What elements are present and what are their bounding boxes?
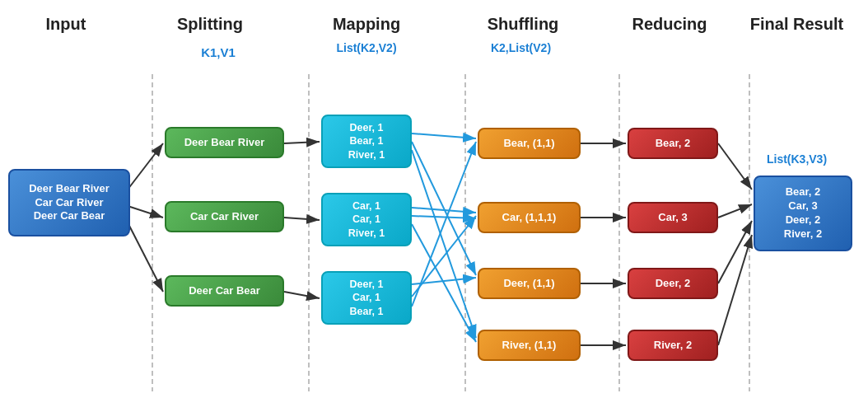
svg-line-27 (718, 204, 752, 218)
map-node-1: Deer, 1 Bear, 1 River, 1 (321, 115, 412, 168)
svg-line-19 (412, 278, 476, 284)
svg-line-20 (412, 216, 476, 297)
svg-line-12 (284, 292, 320, 298)
sublabel-final: List(K3,V3) (737, 152, 856, 166)
svg-line-9 (128, 222, 163, 292)
svg-line-17 (412, 216, 476, 218)
svg-line-18 (412, 224, 476, 342)
svg-line-21 (412, 142, 476, 307)
reduce-node-1: Bear, 2 (628, 128, 718, 159)
result-node: Bear, 2 Car, 3 Deer, 2 River, 2 (754, 176, 852, 251)
reduce-node-2: Car, 3 (628, 202, 718, 233)
label-input: Input (16, 15, 115, 34)
label-splitting: Splitting (152, 15, 268, 34)
reduce-node-4: River, 2 (628, 330, 718, 361)
label-shuffling: Shuffling (465, 15, 581, 34)
sublabel-shuffling: K2,List(V2) (461, 41, 581, 54)
svg-line-28 (718, 221, 752, 283)
svg-line-11 (284, 218, 320, 220)
input-node: Deer Bear River Car Car River Deer Car B… (8, 169, 130, 236)
sublabel-splitting: K1,V1 (161, 45, 276, 59)
svg-line-14 (412, 142, 476, 275)
svg-line-8 (128, 206, 163, 218)
split-node-3: Deer Car Bear (165, 275, 284, 307)
label-mapping: Mapping (313, 15, 420, 34)
map-node-2: Car, 1 Car, 1 River, 1 (321, 193, 412, 246)
split-node-2: Car Car River (165, 201, 284, 232)
shuffle-node-2: Car, (1,1,1) (478, 202, 581, 233)
label-reducing: Reducing (616, 15, 723, 34)
label-final-result: Final Result (737, 15, 856, 34)
svg-line-15 (412, 150, 476, 338)
shuffle-node-1: Bear, (1,1) (478, 128, 581, 159)
svg-line-10 (284, 142, 320, 143)
arrows-svg (0, 0, 868, 412)
map-node-3: Deer, 1 Car, 1 Bear, 1 (321, 271, 412, 325)
sublabel-mapping: List(K2,V2) (309, 41, 424, 54)
shuffle-node-4: River, (1,1) (478, 330, 581, 361)
reduce-node-3: Deer, 2 (628, 268, 718, 299)
svg-line-16 (412, 208, 476, 213)
svg-line-7 (128, 143, 163, 190)
svg-line-29 (718, 235, 752, 345)
split-node-1: Deer Bear River (165, 127, 284, 158)
svg-line-26 (718, 143, 752, 190)
svg-line-13 (412, 133, 476, 138)
shuffle-node-3: Deer, (1,1) (478, 268, 581, 299)
mapreduce-diagram: Input Splitting Mapping Shuffling Reduci… (0, 0, 868, 412)
